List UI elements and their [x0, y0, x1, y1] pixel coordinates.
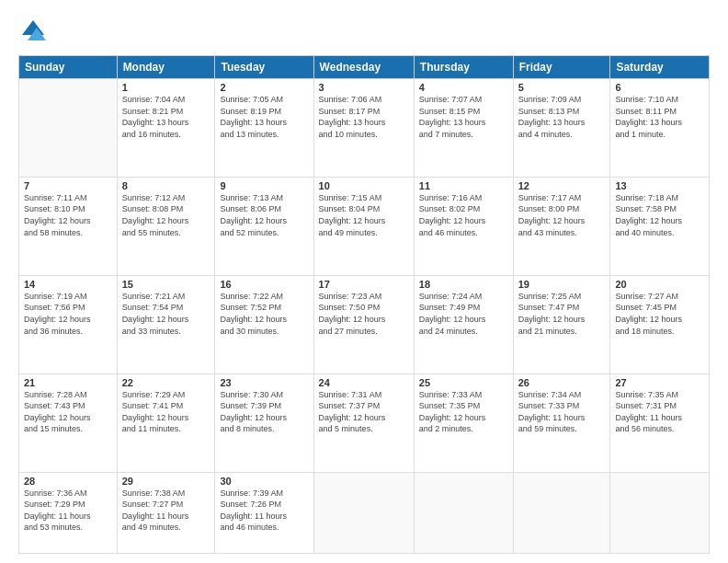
week-row-0: 1Sunrise: 7:04 AM Sunset: 8:21 PM Daylig…	[19, 79, 710, 178]
day-cell: 15Sunrise: 7:21 AM Sunset: 7:54 PM Dayli…	[117, 275, 215, 373]
week-row-3: 21Sunrise: 7:28 AM Sunset: 7:43 PM Dayli…	[19, 373, 710, 472]
header-row: SundayMondayTuesdayWednesdayThursdayFrid…	[19, 56, 710, 79]
day-number: 18	[419, 279, 508, 290]
day-cell: 12Sunrise: 7:17 AM Sunset: 8:00 PM Dayli…	[513, 177, 610, 275]
day-cell: 14Sunrise: 7:19 AM Sunset: 7:56 PM Dayli…	[19, 275, 118, 373]
day-header-friday: Friday	[513, 56, 610, 79]
day-cell: 5Sunrise: 7:09 AM Sunset: 8:13 PM Daylig…	[513, 79, 610, 178]
day-number: 1	[122, 82, 210, 93]
day-info: Sunrise: 7:13 AM Sunset: 8:06 PM Dayligh…	[220, 192, 308, 238]
day-cell: 11Sunrise: 7:16 AM Sunset: 8:02 PM Dayli…	[414, 177, 513, 275]
day-header-thursday: Thursday	[414, 56, 513, 79]
day-info: Sunrise: 7:11 AM Sunset: 8:10 PM Dayligh…	[24, 192, 112, 238]
day-cell: 23Sunrise: 7:30 AM Sunset: 7:39 PM Dayli…	[215, 373, 313, 472]
day-number: 21	[24, 377, 112, 388]
day-cell: 25Sunrise: 7:33 AM Sunset: 7:35 PM Dayli…	[414, 373, 513, 472]
day-info: Sunrise: 7:12 AM Sunset: 8:08 PM Dayligh…	[122, 192, 210, 238]
day-cell	[610, 472, 710, 554]
day-cell: 30Sunrise: 7:39 AM Sunset: 7:26 PM Dayli…	[215, 472, 313, 554]
day-info: Sunrise: 7:36 AM Sunset: 7:29 PM Dayligh…	[24, 488, 112, 534]
day-number: 2	[220, 82, 308, 93]
day-info: Sunrise: 7:25 AM Sunset: 7:47 PM Dayligh…	[518, 291, 606, 337]
day-number: 6	[615, 82, 704, 93]
day-cell: 17Sunrise: 7:23 AM Sunset: 7:50 PM Dayli…	[313, 275, 414, 373]
header	[18, 17, 710, 46]
day-info: Sunrise: 7:30 AM Sunset: 7:39 PM Dayligh…	[220, 389, 308, 435]
day-info: Sunrise: 7:09 AM Sunset: 8:13 PM Dayligh…	[518, 94, 606, 140]
day-header-wednesday: Wednesday	[313, 56, 414, 79]
day-number: 16	[220, 279, 308, 290]
day-number: 14	[24, 279, 112, 290]
day-info: Sunrise: 7:24 AM Sunset: 7:49 PM Dayligh…	[419, 291, 508, 337]
day-cell: 9Sunrise: 7:13 AM Sunset: 8:06 PM Daylig…	[215, 177, 313, 275]
day-info: Sunrise: 7:07 AM Sunset: 8:15 PM Dayligh…	[419, 94, 508, 140]
day-info: Sunrise: 7:19 AM Sunset: 7:56 PM Dayligh…	[24, 291, 112, 337]
day-number: 15	[122, 279, 210, 290]
day-info: Sunrise: 7:34 AM Sunset: 7:33 PM Dayligh…	[518, 389, 606, 435]
day-number: 8	[122, 180, 210, 191]
day-number: 17	[319, 279, 409, 290]
day-cell: 13Sunrise: 7:18 AM Sunset: 7:58 PM Dayli…	[610, 177, 710, 275]
day-info: Sunrise: 7:21 AM Sunset: 7:54 PM Dayligh…	[122, 291, 210, 337]
day-cell: 26Sunrise: 7:34 AM Sunset: 7:33 PM Dayli…	[513, 373, 610, 472]
day-info: Sunrise: 7:28 AM Sunset: 7:43 PM Dayligh…	[24, 389, 112, 435]
day-number: 3	[319, 82, 409, 93]
day-number: 7	[24, 180, 112, 191]
svg-marker-0	[22, 20, 44, 35]
day-info: Sunrise: 7:33 AM Sunset: 7:35 PM Dayligh…	[419, 389, 508, 435]
day-number: 22	[122, 377, 210, 388]
day-cell: 16Sunrise: 7:22 AM Sunset: 7:52 PM Dayli…	[215, 275, 313, 373]
day-number: 10	[319, 180, 409, 191]
day-header-sunday: Sunday	[19, 56, 118, 79]
day-number: 30	[220, 476, 308, 487]
day-cell: 28Sunrise: 7:36 AM Sunset: 7:29 PM Dayli…	[19, 472, 118, 554]
day-number: 5	[518, 82, 606, 93]
logo-icon	[18, 17, 48, 46]
day-cell: 10Sunrise: 7:15 AM Sunset: 8:04 PM Dayli…	[313, 177, 414, 275]
day-number: 11	[419, 180, 508, 191]
day-info: Sunrise: 7:06 AM Sunset: 8:17 PM Dayligh…	[319, 94, 409, 140]
day-header-tuesday: Tuesday	[215, 56, 313, 79]
day-cell: 2Sunrise: 7:05 AM Sunset: 8:19 PM Daylig…	[215, 79, 313, 178]
day-number: 13	[615, 180, 704, 191]
day-number: 25	[419, 377, 508, 388]
day-number: 24	[319, 377, 409, 388]
day-number: 26	[518, 377, 606, 388]
day-info: Sunrise: 7:18 AM Sunset: 7:58 PM Dayligh…	[615, 192, 704, 238]
day-info: Sunrise: 7:10 AM Sunset: 8:11 PM Dayligh…	[615, 94, 704, 140]
day-cell: 24Sunrise: 7:31 AM Sunset: 7:37 PM Dayli…	[313, 373, 414, 472]
logo	[18, 17, 51, 46]
day-cell: 19Sunrise: 7:25 AM Sunset: 7:47 PM Dayli…	[513, 275, 610, 373]
day-info: Sunrise: 7:35 AM Sunset: 7:31 PM Dayligh…	[615, 389, 704, 435]
day-info: Sunrise: 7:17 AM Sunset: 8:00 PM Dayligh…	[518, 192, 606, 238]
day-cell: 27Sunrise: 7:35 AM Sunset: 7:31 PM Dayli…	[610, 373, 710, 472]
day-info: Sunrise: 7:05 AM Sunset: 8:19 PM Dayligh…	[220, 94, 308, 140]
day-cell	[513, 472, 610, 554]
day-info: Sunrise: 7:39 AM Sunset: 7:26 PM Dayligh…	[220, 488, 308, 534]
day-cell: 6Sunrise: 7:10 AM Sunset: 8:11 PM Daylig…	[610, 79, 710, 178]
day-cell: 4Sunrise: 7:07 AM Sunset: 8:15 PM Daylig…	[414, 79, 513, 178]
day-cell: 20Sunrise: 7:27 AM Sunset: 7:45 PM Dayli…	[610, 275, 710, 373]
calendar: SundayMondayTuesdayWednesdayThursdayFrid…	[18, 55, 710, 554]
day-number: 9	[220, 180, 308, 191]
day-cell: 29Sunrise: 7:38 AM Sunset: 7:27 PM Dayli…	[117, 472, 215, 554]
day-cell: 1Sunrise: 7:04 AM Sunset: 8:21 PM Daylig…	[117, 79, 215, 178]
day-info: Sunrise: 7:31 AM Sunset: 7:37 PM Dayligh…	[319, 389, 409, 435]
page: SundayMondayTuesdayWednesdayThursdayFrid…	[0, 0, 728, 563]
day-cell	[414, 472, 513, 554]
day-info: Sunrise: 7:15 AM Sunset: 8:04 PM Dayligh…	[319, 192, 409, 238]
day-info: Sunrise: 7:04 AM Sunset: 8:21 PM Dayligh…	[122, 94, 210, 140]
day-cell: 7Sunrise: 7:11 AM Sunset: 8:10 PM Daylig…	[19, 177, 118, 275]
day-number: 12	[518, 180, 606, 191]
day-header-monday: Monday	[117, 56, 215, 79]
day-cell: 18Sunrise: 7:24 AM Sunset: 7:49 PM Dayli…	[414, 275, 513, 373]
day-number: 28	[24, 476, 112, 487]
day-cell: 3Sunrise: 7:06 AM Sunset: 8:17 PM Daylig…	[313, 79, 414, 178]
day-cell	[19, 79, 118, 178]
day-number: 23	[220, 377, 308, 388]
day-info: Sunrise: 7:29 AM Sunset: 7:41 PM Dayligh…	[122, 389, 210, 435]
day-cell	[313, 472, 414, 554]
week-row-1: 7Sunrise: 7:11 AM Sunset: 8:10 PM Daylig…	[19, 177, 710, 275]
day-info: Sunrise: 7:22 AM Sunset: 7:52 PM Dayligh…	[220, 291, 308, 337]
day-number: 27	[615, 377, 704, 388]
